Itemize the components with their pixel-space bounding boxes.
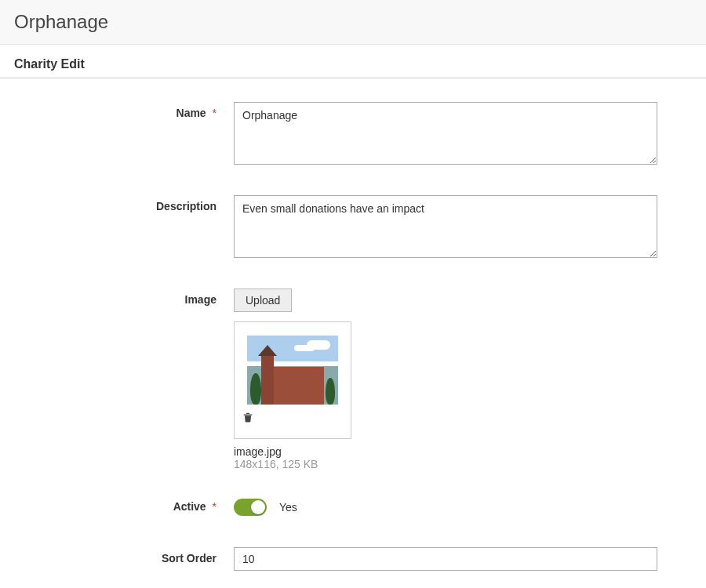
sort-order-input[interactable] xyxy=(234,547,657,571)
active-label: Active xyxy=(173,500,206,513)
active-label-col: Active * xyxy=(14,499,234,516)
field-row-name: Name * xyxy=(14,102,692,167)
delete-image-button[interactable] xyxy=(242,411,343,426)
image-file-name: image.jpg xyxy=(234,445,657,458)
description-input[interactable] xyxy=(234,195,657,258)
field-row-description: Description xyxy=(14,195,692,260)
section-title: Charity Edit xyxy=(14,57,692,71)
field-row-image: Image Upload image.jpg 148x116, 125 KB xyxy=(14,289,692,470)
field-row-active: Active * Yes xyxy=(14,499,692,516)
page-title: Orphanage xyxy=(14,11,692,33)
name-label-col: Name * xyxy=(14,102,234,167)
active-toggle[interactable] xyxy=(234,499,267,516)
description-label: Description xyxy=(156,200,217,212)
name-input[interactable] xyxy=(234,102,657,165)
charity-edit-form: Name * Description Image Upload xyxy=(0,102,706,571)
page-header: Orphanage xyxy=(0,0,706,45)
image-thumbnail-box xyxy=(234,321,351,439)
active-state-label: Yes xyxy=(279,501,297,514)
image-file-meta: 148x116, 125 KB xyxy=(234,458,657,470)
sort-order-label-col: Sort Order xyxy=(14,547,234,571)
name-label: Name xyxy=(176,107,206,119)
field-row-sort-order: Sort Order xyxy=(14,547,692,571)
sort-order-label: Sort Order xyxy=(162,552,217,564)
image-thumbnail[interactable] xyxy=(247,336,338,405)
upload-button[interactable]: Upload xyxy=(234,289,292,312)
image-label-col: Image xyxy=(14,289,234,470)
toggle-knob xyxy=(251,500,265,514)
image-label: Image xyxy=(185,293,217,306)
required-mark: * xyxy=(213,107,217,119)
required-mark: * xyxy=(213,500,217,513)
section-header: Charity Edit xyxy=(0,45,706,78)
description-label-col: Description xyxy=(14,195,234,260)
trash-icon xyxy=(242,411,253,423)
